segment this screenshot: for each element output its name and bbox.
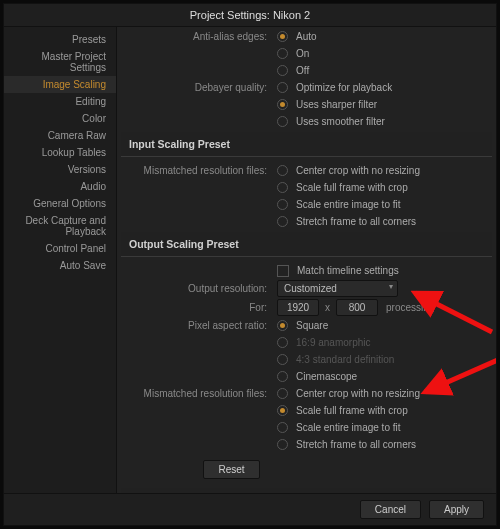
sidebar-item[interactable]: Control Panel <box>4 240 116 257</box>
sidebar-item[interactable]: Lookup Tables <box>4 144 116 161</box>
sidebar: PresetsMaster Project SettingsImage Scal… <box>4 27 117 493</box>
sidebar-item[interactable]: Presets <box>4 31 116 48</box>
output-scaling-heading: Output Scaling Preset <box>121 232 492 257</box>
par-label: Pixel aspect ratio: <box>117 320 277 331</box>
antialias-option[interactable]: On <box>296 48 309 59</box>
sidebar-item[interactable]: Auto Save <box>4 257 116 274</box>
debayer-radio-1[interactable] <box>277 99 288 110</box>
input-scaling-heading: Input Scaling Preset <box>121 132 492 157</box>
par-option: 4:3 standard definition <box>296 354 394 365</box>
antialias-radio-off[interactable] <box>277 65 288 76</box>
sidebar-item[interactable]: Audio <box>4 178 116 195</box>
input-mismatch-label: Mismatched resolution files: <box>117 165 277 176</box>
main-panel: Anti-alias edges: Auto On Off Debayer qu… <box>117 27 496 493</box>
par-radio-0[interactable] <box>277 320 288 331</box>
debayer-radio-0[interactable] <box>277 82 288 93</box>
for-height-input[interactable]: 800 <box>336 299 378 316</box>
antialias-label: Anti-alias edges: <box>117 31 277 42</box>
sidebar-item[interactable]: Deck Capture and Playback <box>4 212 116 240</box>
input-mismatch-radio-0[interactable] <box>277 165 288 176</box>
sidebar-item[interactable]: Versions <box>4 161 116 178</box>
reset-button[interactable]: Reset <box>203 460 259 479</box>
apply-button[interactable]: Apply <box>429 500 484 519</box>
par-radio-1 <box>277 337 288 348</box>
debayer-radio-2[interactable] <box>277 116 288 127</box>
sidebar-item[interactable]: Camera Raw <box>4 127 116 144</box>
proxy-scaling-heading: Proxy Image Scaling <box>121 488 492 493</box>
for-width-input[interactable]: 1920 <box>277 299 319 316</box>
for-suffix: processing <box>382 302 434 313</box>
input-mismatch-option[interactable]: Center crop with no resizing <box>296 165 420 176</box>
output-mismatch-option[interactable]: Scale full frame with crop <box>296 405 408 416</box>
output-mismatch-radio-3[interactable] <box>277 439 288 450</box>
antialias-radio-on[interactable] <box>277 48 288 59</box>
output-res-dropdown[interactable]: Customized <box>277 280 398 297</box>
dialog-title: Project Settings: Nikon 2 <box>4 4 496 27</box>
output-mismatch-option[interactable]: Center crop with no resizing <box>296 388 420 399</box>
par-option[interactable]: Cinemascope <box>296 371 357 382</box>
sidebar-item[interactable]: Editing <box>4 93 116 110</box>
par-option: 16:9 anamorphic <box>296 337 371 348</box>
antialias-radio-auto[interactable] <box>277 31 288 42</box>
debayer-option[interactable]: Optimize for playback <box>296 82 392 93</box>
sidebar-item[interactable]: Image Scaling <box>4 76 116 93</box>
cancel-button[interactable]: Cancel <box>360 500 421 519</box>
par-radio-2 <box>277 354 288 365</box>
antialias-option[interactable]: Off <box>296 65 309 76</box>
input-mismatch-radio-2[interactable] <box>277 199 288 210</box>
input-mismatch-radio-1[interactable] <box>277 182 288 193</box>
output-mismatch-radio-2[interactable] <box>277 422 288 433</box>
input-mismatch-option[interactable]: Scale full frame with crop <box>296 182 408 193</box>
sidebar-item[interactable]: Color <box>4 110 116 127</box>
input-mismatch-option[interactable]: Scale entire image to fit <box>296 199 401 210</box>
output-res-label: Output resolution: <box>117 283 277 294</box>
output-mismatch-option[interactable]: Scale entire image to fit <box>296 422 401 433</box>
input-mismatch-radio-3[interactable] <box>277 216 288 227</box>
par-option[interactable]: Square <box>296 320 328 331</box>
antialias-option[interactable]: Auto <box>296 31 317 42</box>
output-mismatch-label: Mismatched resolution files: <box>117 388 277 399</box>
x-sep: x <box>323 302 332 313</box>
match-timeline-label[interactable]: Match timeline settings <box>297 265 399 276</box>
debayer-option[interactable]: Uses sharper filter <box>296 99 377 110</box>
for-label: For: <box>117 302 277 313</box>
debayer-label: Debayer quality: <box>117 82 277 93</box>
output-mismatch-radio-0[interactable] <box>277 388 288 399</box>
output-mismatch-option[interactable]: Stretch frame to all corners <box>296 439 416 450</box>
sidebar-item[interactable]: General Options <box>4 195 116 212</box>
sidebar-item[interactable]: Master Project Settings <box>4 48 116 76</box>
output-mismatch-radio-1[interactable] <box>277 405 288 416</box>
match-timeline-checkbox[interactable] <box>277 265 289 277</box>
par-radio-3[interactable] <box>277 371 288 382</box>
debayer-option[interactable]: Uses smoother filter <box>296 116 385 127</box>
input-mismatch-option[interactable]: Stretch frame to all corners <box>296 216 416 227</box>
